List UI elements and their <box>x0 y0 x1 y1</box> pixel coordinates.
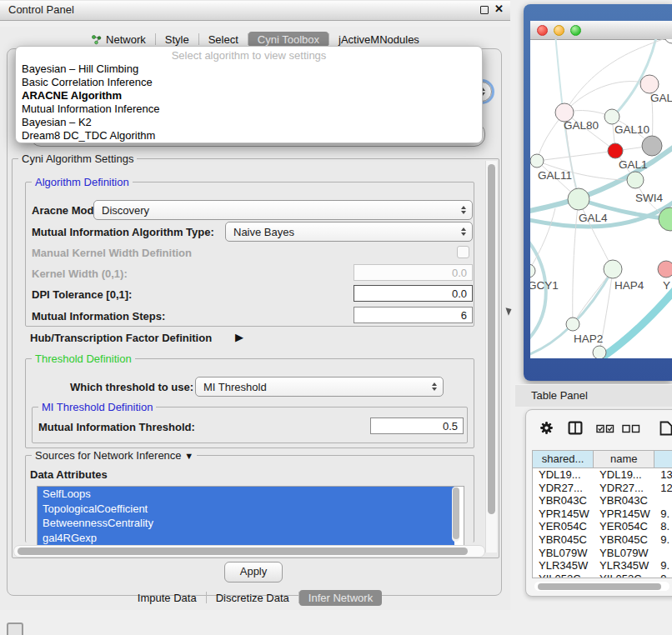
column-header[interactable]: shared... <box>533 451 594 468</box>
column-header[interactable]: name <box>594 451 654 468</box>
table-cell[interactable] <box>654 494 672 508</box>
attribute-list-item[interactable]: SelfLoops <box>38 487 454 502</box>
algorithm-option[interactable]: Basic Correlation Inference <box>16 76 482 89</box>
table-cell[interactable]: YBR043C <box>533 494 594 508</box>
which-threshold-combo[interactable]: MI Threshold <box>195 377 444 397</box>
table-cell[interactable]: 8. <box>654 520 672 533</box>
table-row[interactable]: YBL079WYBL079W <box>533 547 672 560</box>
network-node-gal10[interactable] <box>604 109 619 124</box>
dpi-tolerance-field[interactable]: 0.0 <box>354 285 473 302</box>
table-row[interactable]: YIL052CYIL052C9 <box>533 572 672 578</box>
table-horizontal-scrollbar[interactable] <box>534 582 669 591</box>
attributes-list-scrollbar[interactable] <box>452 487 459 542</box>
network-node[interactable] <box>664 39 672 43</box>
apply-button[interactable]: Apply <box>224 562 283 582</box>
tab-cyni-toolbox[interactable]: Cyni Toolbox <box>248 32 328 48</box>
table-cell[interactable]: YBR043C <box>594 494 654 508</box>
table-rows[interactable]: YDL19...YDL19...13YDR27...YDR27...12YBR0… <box>533 468 672 578</box>
float-panel-icon[interactable] <box>480 6 489 14</box>
table-row[interactable]: YDL19...YDL19...13 <box>533 468 672 482</box>
settings-vertical-scrollbar[interactable] <box>485 161 497 552</box>
close-icon[interactable]: ✕ <box>494 2 504 15</box>
table-cell[interactable]: 9. <box>654 533 672 547</box>
tab-impute-data[interactable]: Impute Data <box>128 590 206 606</box>
network-node-gal1[interactable] <box>608 143 623 158</box>
table-row[interactable]: YDR27...YDR27...12 <box>533 482 672 495</box>
algorithm-option[interactable]: Mutual Information Inference <box>16 102 482 116</box>
table-cell[interactable]: YBR045C <box>594 533 654 547</box>
mi-steps-field[interactable]: 6 <box>354 307 473 323</box>
aracne-mode-combo[interactable]: Discovery <box>93 200 473 220</box>
document-icon[interactable] <box>659 421 672 438</box>
tab-jactivemnodules[interactable]: jActiveMNodules <box>329 32 429 48</box>
mi-threshold-field[interactable]: 0.5 <box>370 418 464 434</box>
table-cell[interactable] <box>654 547 672 560</box>
column-header[interactable] <box>654 451 672 468</box>
hub-definition-label[interactable]: Hub/Transcription Factor Definition <box>30 332 212 344</box>
traffic-light-zoom-icon[interactable] <box>570 25 581 36</box>
network-node-hap2[interactable] <box>566 318 579 331</box>
table-cell[interactable]: YER054C <box>594 520 654 533</box>
network-node-swi4[interactable] <box>627 172 644 188</box>
table-cell[interactable]: YLR345W <box>533 559 594 572</box>
unchecked-boxes-icon[interactable] <box>622 423 640 436</box>
network-canvas[interactable]: GALGAL80GAL10GAL1GAL11SWI4GAL4GCY1HAP4YH… <box>530 39 672 358</box>
attribute-list-item[interactable]: gal4RGexp <box>38 531 454 546</box>
table-cell[interactable]: YDL19... <box>594 468 654 482</box>
columns-icon[interactable] <box>568 421 583 438</box>
table-row[interactable]: YBR045CYBR045C9. <box>533 533 672 547</box>
algorithm-option[interactable]: Bayesian – Hill Climbing <box>16 62 482 76</box>
table-row[interactable]: YBR043CYBR043C <box>533 494 672 508</box>
attribute-list-item[interactable]: TopologicalCoefficient <box>38 502 454 517</box>
network-node[interactable] <box>593 346 606 358</box>
manual-kernel-checkbox[interactable] <box>457 246 469 258</box>
expand-right-icon[interactable]: ▶ <box>235 331 243 343</box>
checked-boxes-icon[interactable] <box>596 423 614 436</box>
collapse-down-icon[interactable]: ▼ <box>184 451 193 461</box>
network-node-y[interactable] <box>658 261 672 278</box>
table-row[interactable]: YLR345WYLR345W9. <box>533 559 672 572</box>
table-cell[interactable]: YLR345W <box>594 559 654 572</box>
table-cell[interactable]: YDR27... <box>533 482 594 495</box>
network-window-titlebar[interactable] <box>530 21 672 40</box>
table-cell[interactable]: YPR145W <box>594 508 654 521</box>
algorithm-option[interactable]: Dream8 DC_TDC Algorithm <box>16 129 482 142</box>
table-row[interactable]: YPR145WYPR145W9. <box>533 508 672 521</box>
table-cell[interactable]: 12 <box>654 482 672 495</box>
table-cell[interactable]: 13 <box>654 468 672 482</box>
table-cell[interactable]: YBL079W <box>533 547 594 560</box>
network-node-hap4[interactable] <box>604 260 622 278</box>
tab-infer-network[interactable]: Infer Network <box>299 590 382 606</box>
table-cell[interactable]: 9. <box>654 559 672 572</box>
network-node-gal11[interactable] <box>530 154 544 168</box>
tab-select[interactable]: Select <box>199 32 248 48</box>
table-cell[interactable]: YDR27... <box>594 482 654 495</box>
algorithm-option[interactable]: ARACNE Algorithm <box>16 89 482 102</box>
table-cell[interactable]: YDL19... <box>533 468 594 482</box>
table-row[interactable]: YER054CYER054C8. <box>533 520 672 533</box>
table-cell[interactable]: YIL052C <box>533 572 594 578</box>
tab-network[interactable]: Network <box>82 32 155 48</box>
tab-style[interactable]: Style <box>156 32 198 48</box>
traffic-light-close-icon[interactable] <box>537 25 548 36</box>
table-cell[interactable]: YBR045C <box>533 533 594 547</box>
kernel-width-field[interactable]: 0.0 <box>354 264 473 281</box>
traffic-light-minimize-icon[interactable] <box>554 25 564 36</box>
network-node-gal4[interactable] <box>568 188 589 210</box>
algorithm-option[interactable]: Bayesian – K2 <box>16 116 482 129</box>
data-attributes-list[interactable]: SelfLoopsTopologicalCoefficientBetweenne… <box>37 486 464 546</box>
attribute-list-item[interactable]: BetweennessCentrality <box>38 516 454 531</box>
network-node-gal[interactable] <box>640 75 659 93</box>
table-cell[interactable]: 9 <box>654 572 672 578</box>
table-cell[interactable]: 9. <box>654 508 672 521</box>
table-header-row[interactable]: shared...name <box>533 451 672 468</box>
table-cell[interactable]: YBL079W <box>594 547 654 560</box>
table-cell[interactable]: YER054C <box>533 520 594 533</box>
node-attribute-table[interactable]: shared...name YDL19...YDL19...13YDR27...… <box>532 450 672 578</box>
mi-type-combo[interactable]: Naive Bayes <box>225 222 473 242</box>
table-cell[interactable]: YIL052C <box>594 572 654 578</box>
table-cell[interactable]: YPR145W <box>533 508 594 521</box>
network-node-gcy1[interactable] <box>530 264 535 278</box>
settings-horizontal-scrollbar[interactable] <box>13 545 485 558</box>
network-node[interactable] <box>642 136 662 156</box>
